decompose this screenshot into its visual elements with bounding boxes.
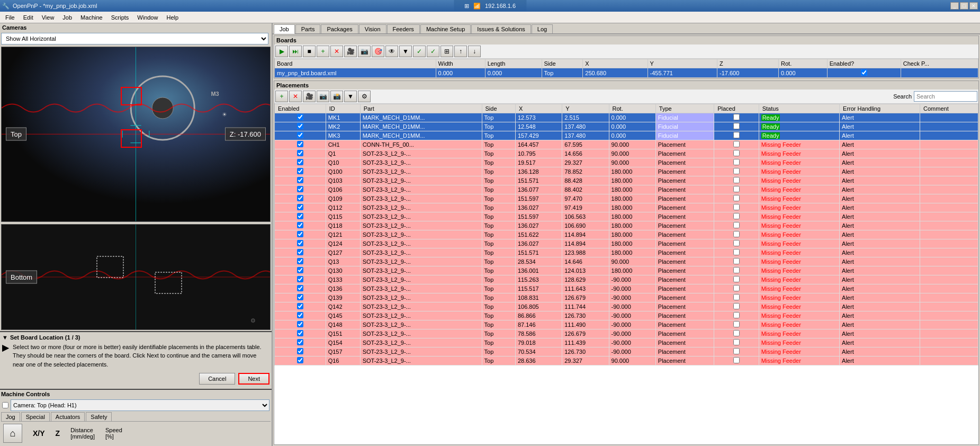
boards-enable2-btn[interactable]: ✓ — [427, 46, 439, 57]
pl-enabled[interactable] — [275, 356, 326, 365]
pl-enabled[interactable] — [275, 257, 326, 266]
pl-enabled[interactable] — [275, 167, 326, 176]
pl-enabled[interactable] — [275, 194, 326, 203]
pl-placed[interactable] — [714, 158, 759, 167]
tab-feeders[interactable]: Feeders — [387, 24, 420, 33]
pl-placed[interactable] — [714, 185, 759, 194]
boards-cam1-btn[interactable]: 🎥 — [344, 46, 357, 57]
placement-row[interactable]: Q136 SOT-23-3_L2_9-... Top 115.517 111.6… — [275, 284, 978, 293]
boards-target-btn[interactable]: 🎯 — [372, 46, 384, 57]
pl-enabled[interactable] — [275, 113, 326, 122]
camera-dropdown[interactable]: Show All Horizontal — [1, 33, 268, 44]
pl-placed[interactable] — [714, 194, 759, 203]
pl-enabled[interactable] — [275, 212, 326, 221]
menu-window[interactable]: Window — [133, 13, 162, 22]
pl-placed[interactable] — [714, 248, 759, 257]
pl-enabled[interactable] — [275, 275, 326, 284]
pl-placed[interactable] — [714, 320, 759, 329]
tab-special[interactable]: Special — [21, 412, 50, 421]
pl-enabled[interactable] — [275, 266, 326, 275]
placements-table-container[interactable]: Enabled ID Part Side X Y Rot. Type Place… — [274, 104, 978, 444]
placement-row[interactable]: Q13 SOT-23-3_L2_9-... Top 28.534 14.646 … — [275, 257, 978, 266]
tab-actuators[interactable]: Actuators — [51, 412, 85, 421]
boards-clone-btn[interactable]: ⊞ — [440, 46, 453, 57]
pl-enabled[interactable] — [275, 131, 326, 140]
next-button[interactable]: Next — [238, 373, 269, 385]
pl-placed[interactable] — [714, 113, 759, 122]
placement-row[interactable]: Q118 SOT-23-3_L2_9-... Top 136.027 106.6… — [275, 221, 978, 230]
pl-enabled[interactable] — [275, 347, 326, 356]
placement-row[interactable]: Q109 SOT-23-3_L2_9-... Top 151.597 97.47… — [275, 194, 978, 203]
menu-view[interactable]: View — [38, 13, 59, 22]
pl-placed[interactable] — [714, 329, 759, 338]
pl-placed[interactable] — [714, 266, 759, 275]
boards-play-btn[interactable]: ▶ — [275, 46, 288, 57]
placement-row[interactable]: Q103 SOT-23-3_L2_9-... Top 151.571 88.42… — [275, 176, 978, 185]
pl-placed[interactable] — [714, 257, 759, 266]
board-enabled[interactable] — [827, 68, 901, 78]
placement-row[interactable]: Q100 SOT-23-3_L2_9-... Top 136.128 78.85… — [275, 167, 978, 176]
menu-machine[interactable]: Machine — [76, 13, 107, 22]
pl-placed[interactable] — [714, 293, 759, 302]
pl-placed[interactable] — [714, 212, 759, 221]
tab-machine-setup[interactable]: Machine Setup — [420, 24, 471, 33]
boards-filter-btn[interactable]: ▼ — [399, 46, 412, 57]
pl-placed[interactable] — [714, 176, 759, 185]
menu-edit[interactable]: Edit — [19, 13, 38, 22]
pl-placed[interactable] — [714, 167, 759, 176]
pl-enabled[interactable] — [275, 302, 326, 311]
camera-checkbox[interactable] — [2, 402, 8, 408]
menu-job[interactable]: Job — [58, 13, 76, 22]
pl-enabled[interactable] — [275, 122, 326, 131]
boards-add-btn[interactable]: + — [317, 46, 329, 57]
pl-filter-btn[interactable]: ▼ — [344, 91, 357, 102]
pl-settings-btn[interactable]: ⚙ — [358, 91, 371, 102]
placement-row[interactable]: Q157 SOT-23-3_L2_9-... Top 70.534 126.73… — [275, 347, 978, 356]
minimize-button[interactable]: _ — [950, 2, 959, 10]
placement-row[interactable]: Q130 SOT-23-3_L2_9-... Top 136.001 124.0… — [275, 266, 978, 275]
placement-row[interactable]: Q121 SOT-23-3_L2_9-... Top 151.622 114.8… — [275, 230, 978, 239]
pl-placed[interactable] — [714, 302, 759, 311]
menu-help[interactable]: Help — [162, 13, 183, 22]
tab-packages[interactable]: Packages — [321, 24, 358, 33]
placement-row[interactable]: MK1 MARK_MECH_D1MM... Top 12.573 2.515 0… — [275, 113, 978, 122]
pl-placed[interactable] — [714, 284, 759, 293]
pl-cam2-btn[interactable]: 📷 — [317, 91, 329, 102]
tab-parts[interactable]: Parts — [295, 24, 321, 33]
pl-enabled[interactable] — [275, 203, 326, 212]
pl-remove-btn[interactable]: ✕ — [289, 91, 302, 102]
boards-step-btn[interactable]: ⏭ — [289, 46, 302, 57]
title-bar-controls[interactable]: _ □ ✕ — [950, 2, 978, 10]
pl-placed[interactable] — [714, 221, 759, 230]
pl-enabled[interactable] — [275, 311, 326, 320]
pl-add-btn[interactable]: + — [275, 91, 288, 102]
boards-eye-btn[interactable]: 👁 — [385, 46, 398, 57]
tab-log[interactable]: Log — [532, 24, 553, 33]
pl-placed[interactable] — [714, 149, 759, 158]
boards-enable-btn[interactable]: ✓ — [413, 46, 426, 57]
pl-placed[interactable] — [714, 239, 759, 248]
pl-placed[interactable] — [714, 275, 759, 284]
camera-select[interactable]: Camera: Top (Head: H1) — [11, 399, 269, 411]
search-input[interactable] — [914, 91, 977, 102]
menu-file[interactable]: File — [1, 13, 19, 22]
placement-row[interactable]: Q115 SOT-23-3_L2_9-... Top 151.597 106.5… — [275, 212, 978, 221]
pl-enabled[interactable] — [275, 284, 326, 293]
cancel-button[interactable]: Cancel — [199, 373, 235, 385]
placement-row[interactable]: Q145 SOT-23-3_L2_9-... Top 86.866 126.73… — [275, 311, 978, 320]
pl-enabled[interactable] — [275, 185, 326, 194]
pl-enabled[interactable] — [275, 221, 326, 230]
pl-placed[interactable] — [714, 356, 759, 365]
pl-placed[interactable] — [714, 338, 759, 347]
tab-job[interactable]: Job — [274, 24, 295, 34]
placement-row[interactable]: Q127 SOT-23-3_L2_9-... Top 151.571 123.9… — [275, 248, 978, 257]
pl-enabled[interactable] — [275, 248, 326, 257]
placement-row[interactable]: Q106 SOT-23-3_L2_9-... Top 136.077 88.40… — [275, 185, 978, 194]
pl-enabled[interactable] — [275, 329, 326, 338]
placement-row[interactable]: Q142 SOT-23-3_L2_9-... Top 106.805 111.7… — [275, 302, 978, 311]
placement-row[interactable]: Q16 SOT-23-3_L2_9-... Top 28.636 29.327 … — [275, 356, 978, 365]
placement-row[interactable]: CH1 CONN-TH_F5_00... Top 164.457 67.595 … — [275, 140, 978, 149]
tab-safety[interactable]: Safety — [86, 412, 112, 421]
close-button[interactable]: ✕ — [969, 2, 978, 10]
placement-row[interactable]: MK3 MARK_MECH_D1MM... Top 157.429 137.48… — [275, 131, 978, 140]
